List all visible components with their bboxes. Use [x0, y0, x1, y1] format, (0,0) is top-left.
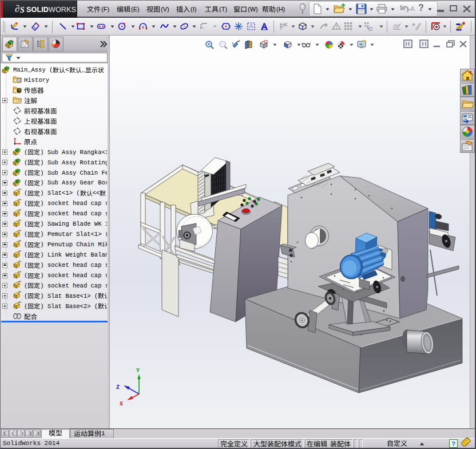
svg-text:A: A — [18, 99, 21, 104]
svg-text:Y: Y — [136, 368, 140, 374]
svg-text:6b: 6b — [393, 23, 399, 29]
svg-text:X: X — [120, 401, 123, 407]
svg-text:Z: Z — [116, 384, 120, 391]
